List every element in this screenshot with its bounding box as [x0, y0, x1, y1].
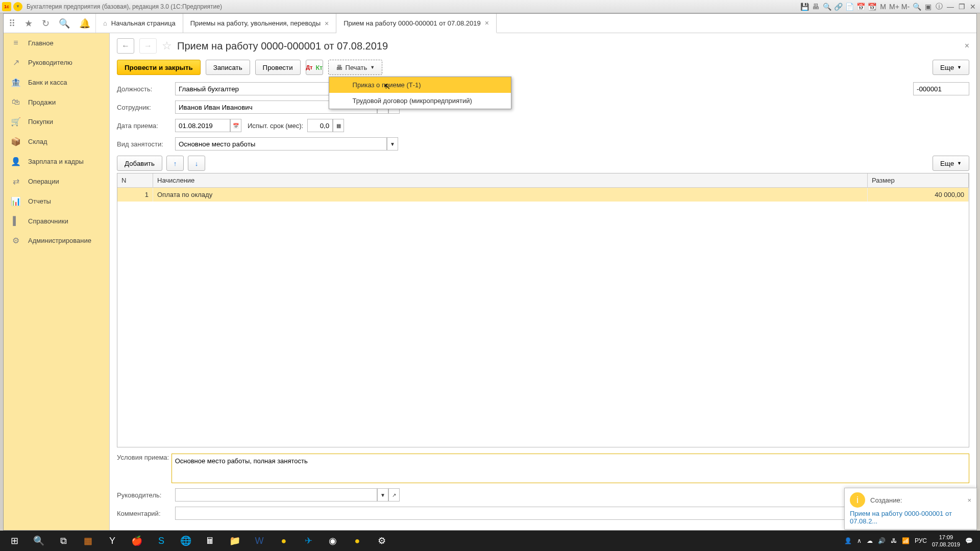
tb-preview-icon[interactable]: 🔍 — [822, 2, 832, 11]
tb-save-icon[interactable]: 💾 — [799, 2, 810, 11]
tb-info-icon[interactable]: ⓘ — [934, 2, 944, 11]
tb-link-icon[interactable]: 🔗 — [833, 2, 843, 11]
tb-doc-icon[interactable]: 📄 — [844, 2, 854, 11]
tb-m-icon[interactable]: M — [878, 2, 888, 11]
tb-panel-icon[interactable]: ▣ — [923, 2, 933, 11]
window-restore[interactable]: ❐ — [957, 2, 967, 11]
tb-mplus-icon[interactable]: M+ — [889, 2, 899, 11]
app-menu-dropdown[interactable]: ▼ — [13, 2, 22, 11]
tb-mminus-icon[interactable]: M- — [900, 2, 911, 11]
app-title: Бухгалтерия предприятия (базовая), редак… — [27, 3, 799, 10]
tb-print-icon[interactable]: 🖶 — [811, 2, 821, 11]
app-logo-1c: 1с — [2, 2, 11, 11]
window-close[interactable]: ✕ — [968, 2, 978, 11]
tb-zoom-icon[interactable]: 🔍 — [912, 2, 922, 11]
tb-cal2-icon[interactable]: 📆 — [867, 2, 877, 11]
titlebar: 1с ▼ Бухгалтерия предприятия (базовая), … — [0, 0, 980, 13]
tb-calendar-icon[interactable]: 📅 — [855, 2, 866, 11]
window-minimize[interactable]: — — [945, 2, 955, 11]
